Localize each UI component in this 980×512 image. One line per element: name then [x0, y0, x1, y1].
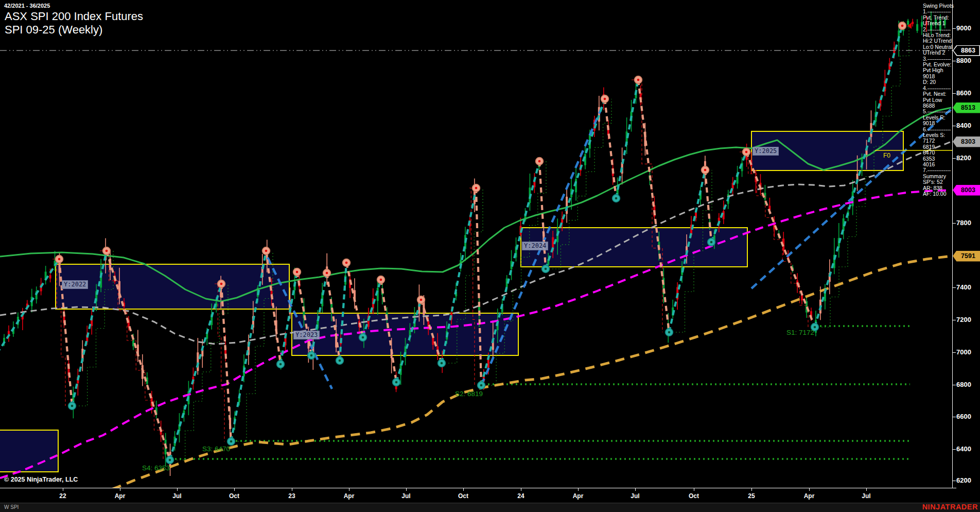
swing-low-marker	[227, 438, 235, 446]
price-tick-label: 7000	[956, 348, 980, 356]
price-tag-value: 8003	[957, 185, 979, 196]
candlesticks	[3, 11, 946, 476]
time-tick-label: Apr	[104, 492, 135, 500]
swing-low-marker	[708, 238, 715, 246]
time-tick-label: Oct	[678, 492, 709, 500]
swing-high-marker	[635, 76, 642, 84]
time-tick-mark	[292, 488, 292, 491]
swing-high-marker	[323, 269, 331, 277]
time-tick-mark	[120, 488, 120, 491]
instrument-name: ASX SPI 200 Index Futures	[5, 10, 143, 23]
time-tick-label: Apr	[334, 492, 364, 500]
price-tick-label: 6200	[956, 476, 980, 484]
swing-high-marker	[472, 184, 480, 192]
yearly-range-box	[521, 228, 747, 267]
contract-period: SPI 09-25 (Weekly)	[5, 23, 143, 37]
price-tick-mark	[952, 481, 956, 481]
time-tick-label: Oct	[219, 492, 250, 500]
time-tick-label: Jul	[620, 492, 651, 500]
time-tick-mark	[578, 488, 579, 491]
info-panel-line: Pvt. Next:	[923, 91, 953, 97]
price-tick-label: 6600	[956, 413, 980, 420]
f0-label: F0	[883, 152, 890, 159]
support-label: S1: 7172	[786, 329, 814, 336]
info-panel-line: 9018	[923, 121, 953, 126]
support-label: S4: 6353	[142, 464, 170, 472]
price-tag-value: 8513	[957, 103, 979, 113]
yearly-range-box	[0, 430, 58, 472]
price-chart-canvas[interactable]	[0, 0, 952, 488]
price-tick-mark	[952, 449, 956, 450]
swing-low-marker	[666, 329, 673, 336]
price-tick-mark	[952, 223, 956, 224]
visible-range-label: 42/2021 - 36/2025	[4, 3, 50, 9]
time-tick-label: Oct	[448, 492, 479, 500]
price-tick-label: 9000	[956, 24, 980, 32]
price-tick-label: 8600	[956, 89, 980, 97]
info-panel-line: UTrend 1	[923, 21, 953, 26]
price-tag-7591: 7591	[953, 251, 980, 262]
year-label-2023: Y:2023	[293, 331, 320, 339]
price-tick-mark	[952, 126, 956, 126]
time-tick-label: 25	[736, 492, 767, 500]
time-tick-mark	[177, 488, 178, 491]
info-panel-line: AF: 10.00	[923, 191, 953, 197]
info-panel-line: UTrend 2	[923, 50, 953, 56]
time-tick-mark	[406, 488, 407, 491]
price-tag-value: 7591	[957, 251, 979, 262]
time-tick-mark	[349, 488, 349, 491]
price-tick-label: 7400	[956, 283, 980, 291]
swing-low-marker	[393, 379, 400, 386]
swing-high-marker	[377, 276, 385, 284]
price-tick-label: 8200	[956, 154, 980, 162]
price-tick-label: 7200	[956, 316, 980, 323]
swing-low-marker	[438, 360, 446, 367]
price-tag-value: 8863	[957, 45, 979, 56]
price-tick-label: 6800	[956, 381, 980, 388]
time-tick-label: 23	[276, 492, 307, 500]
time-tick-mark	[63, 488, 63, 491]
swing-high-marker	[218, 280, 225, 288]
swing-high-marker	[56, 255, 63, 263]
swing-zigzag	[0, 26, 902, 460]
swing-low-marker	[68, 402, 76, 410]
time-tick-label: Apr	[794, 492, 825, 500]
price-tag-8003: 8003	[953, 185, 980, 196]
swing-high-marker	[536, 158, 544, 165]
year-label-2025: Y:2025	[752, 147, 779, 156]
time-tick-label: Jul	[391, 492, 422, 500]
year-label-2024: Y:2024	[522, 242, 548, 250]
price-tick-mark	[952, 61, 956, 61]
time-tick-mark	[234, 488, 235, 491]
time-tick-mark	[694, 488, 694, 491]
swing-low-marker	[359, 334, 367, 342]
price-tick-mark	[952, 385, 956, 385]
price-tick-mark	[952, 28, 956, 29]
swing-high-marker	[702, 166, 709, 174]
swing-low-marker	[166, 456, 174, 464]
price-tick-mark	[952, 158, 956, 159]
chart-window: 42/2021 - 36/2025 ASX SPI 200 Index Futu…	[0, 0, 980, 512]
time-tick-label: Apr	[563, 492, 593, 500]
copyright-text: © 2025 NinjaTrader, LLC	[4, 476, 78, 483]
info-panel-line: 5.-------------	[923, 109, 953, 114]
price-tick-mark	[952, 320, 956, 320]
tab-w-spi[interactable]: W SPI	[4, 504, 19, 510]
swing-low-marker	[542, 265, 550, 273]
swing-high-marker	[262, 247, 270, 255]
info-panel-line: D: 20	[923, 79, 953, 85]
price-tick-mark	[952, 93, 956, 94]
year-label-2022: Y:2022	[62, 280, 88, 289]
swing-low-marker	[478, 382, 485, 389]
info-panel-line: SP's: 52	[923, 179, 953, 185]
swing-low-marker	[277, 361, 285, 368]
price-tag-8513: 8513	[953, 103, 980, 113]
swing-high-marker	[103, 247, 111, 255]
price-tick-mark	[952, 417, 956, 417]
price-tick-label: 6400	[956, 445, 980, 453]
price-tag-8863: 8863	[953, 45, 980, 56]
page-title: ASX SPI 200 Index Futures SPI 09-25 (Wee…	[5, 10, 143, 37]
time-tick-label: Jul	[162, 492, 192, 500]
support-label: S3: 6470	[202, 445, 230, 453]
price-tick-label: 8800	[956, 57, 980, 64]
